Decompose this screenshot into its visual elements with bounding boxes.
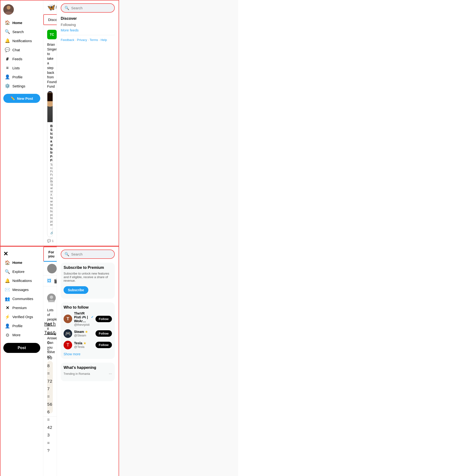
tweet-article-card[interactable]: Brian Singerman to take a step back from…	[47, 91, 53, 237]
show-more-link[interactable]: Show more	[64, 352, 112, 356]
reply-action[interactable]: 💬 1	[47, 239, 53, 243]
wtf-info-3: Tesla ★ @Tesla	[74, 341, 94, 349]
sidebar-item-premium[interactable]: ✕ Premium	[3, 303, 40, 312]
bottom-left-quadrant: ✕ 🏠 Home 🔍 Explore 🔔 Notifications ✉️ Me…	[0, 246, 119, 476]
wtf-user-1: T TheVR Pisti 🎮 | WeAr… ✓ @thevrpisti Fo…	[64, 311, 112, 326]
feedback-link[interactable]: Feedback	[61, 38, 74, 42]
bell-icon: 🔔	[5, 278, 10, 283]
mail-icon: ✉️	[5, 287, 10, 292]
sidebar-item-verified-orgs[interactable]: ⚡ Verified Orgs	[3, 312, 40, 322]
verified-orgs-icon: ⚡	[5, 314, 10, 320]
top-left-quadrant: 🏠 Home 🔍 Search 🔔 Notifications 💬 Chat #…	[0, 0, 119, 246]
wtf-handle-2: @Steam	[74, 334, 94, 337]
bell-icon: 🔔	[5, 38, 10, 43]
whats-happening-title: What's happening	[64, 366, 112, 370]
terms-link[interactable]: Terms	[89, 38, 98, 42]
tweet-actions: 💬 1 🔁 1 ♡ 8 ···	[47, 239, 53, 243]
elon-avatar	[47, 294, 56, 302]
feed-header: 🦋 #	[43, 0, 57, 14]
wtf-avatar-3: T	[64, 341, 72, 349]
sidebar-item-lists[interactable]: ≡ Lists	[3, 63, 40, 72]
wtf-user-3: T Tesla ★ @Tesla Follow	[64, 341, 112, 349]
bottom-left-sidebar: ✕ 🏠 Home 🔍 Explore 🔔 Notifications ✉️ Me…	[0, 247, 43, 476]
sidebar-item-chat[interactable]: 💬 Chat	[3, 45, 40, 54]
verified-icon-1: ✓	[91, 315, 94, 319]
sidebar-item-explore[interactable]: 🔍 Explore	[3, 267, 40, 276]
sidebar-item-notifications[interactable]: 🔔 Notifications	[3, 276, 40, 285]
tab-for-you[interactable]: For you	[43, 247, 57, 262]
search-box[interactable]: 🔍	[61, 3, 115, 13]
follow-button-3[interactable]: Follow	[96, 342, 112, 348]
search-input[interactable]	[71, 6, 111, 10]
communities-icon: 👥	[5, 296, 10, 302]
gif-icon[interactable]: 🎬	[54, 278, 57, 284]
subscribe-button[interactable]: Subscribe	[64, 286, 88, 294]
new-post-button[interactable]: ✏️ New Post	[3, 94, 40, 103]
follow-button-2[interactable]: Follow	[96, 330, 112, 337]
compose-actions: 🖼 🎬 📊 😊 📅 📍 Post	[43, 276, 57, 287]
more-feeds-link[interactable]: More feeds	[61, 28, 115, 32]
sidebar-item-more[interactable]: ⊙ More	[3, 330, 40, 340]
top-right-placeholder	[119, 0, 238, 246]
svg-point-5	[50, 295, 53, 299]
wtf-info-2: Steam ★ @Steam	[74, 330, 94, 337]
sidebar-item-home[interactable]: 🏠 Home	[3, 258, 40, 267]
who-to-follow-section: Who to follow T TheVR Pisti 🎮 | WeAr… ✓ …	[61, 302, 115, 359]
profile-icon: 👤	[5, 323, 10, 329]
more-icon[interactable]: ···	[109, 372, 112, 376]
wtf-handle-1: @thevrpisti	[74, 323, 94, 326]
source-icon: 🔗	[50, 231, 53, 235]
gold-badge-3: ★	[83, 341, 86, 345]
compose-row	[43, 262, 57, 276]
divider	[61, 35, 115, 35]
wtf-name-1: TheVR Pisti 🎮 | WeAr… ✓	[74, 311, 94, 323]
subscribe-desc: Subscribe to unlock new features and if …	[64, 272, 112, 282]
post-button[interactable]: Post	[3, 343, 40, 353]
sidebar-item-settings[interactable]: ⚙️ Settings	[3, 82, 40, 90]
bird-logo: 🦋	[47, 3, 55, 11]
settings-icon: ⚙️	[5, 83, 10, 89]
techcrunch-avatar: TC	[47, 30, 57, 39]
discover-title: Discover	[61, 17, 115, 21]
discover-section: Discover Following More feeds	[61, 17, 115, 32]
sidebar-item-home[interactable]: 🏠 Home	[3, 18, 40, 27]
lists-icon: ≡	[5, 65, 10, 70]
privacy-link[interactable]: Privacy	[77, 38, 87, 42]
avatar[interactable]	[3, 4, 14, 15]
sidebar-item-profile[interactable]: 👤 Profile	[3, 322, 40, 330]
top-left-right-sidebar: 🔍 Discover Following More feeds Feedback…	[57, 0, 119, 246]
new-post-icon: ✏️	[11, 96, 15, 101]
top-left-sidebar: 🏠 Home 🔍 Search 🔔 Notifications 💬 Chat #…	[0, 0, 43, 246]
sidebar-item-feeds[interactable]: # Feeds	[3, 54, 40, 63]
wtf-handle-3: @Tesla	[74, 345, 94, 349]
math-test-image: Math Test 9 = 90 8 = 72 7 = 56 6 = 42 3 …	[47, 361, 53, 413]
wtf-name-2: Steam ★	[74, 330, 94, 334]
sidebar-item-profile[interactable]: 👤 Profile	[3, 72, 40, 82]
search-icon: 🔍	[5, 29, 10, 34]
search-input-bottom[interactable]	[71, 252, 111, 256]
help-link[interactable]: Help	[101, 38, 107, 42]
tweet-header: TC TechCrunch @techcrunch.com · 7h	[47, 28, 53, 41]
compose-avatar	[47, 264, 57, 273]
sidebar-item-notifications[interactable]: 🔔 Notifications	[3, 36, 40, 45]
wtf-info-1: TheVR Pisti 🎮 | WeAr… ✓ @thevrpisti	[74, 311, 94, 326]
sidebar-item-communities[interactable]: 👥 Communities	[3, 294, 40, 303]
feed-tabs-bottom: For you Following	[43, 247, 57, 262]
explore-icon: 🔍	[5, 269, 10, 274]
image-upload-icon[interactable]: 🖼	[47, 278, 51, 283]
tweet-header-bottom: Elon Musk - Parody ✓ @elonmuskADO · 22h …	[47, 289, 53, 306]
who-to-follow-title: Who to follow	[64, 305, 112, 309]
sidebar-item-messages[interactable]: ✉️ Messages	[3, 285, 40, 294]
tweet-text: Brian Singerman to take a step back from…	[47, 42, 53, 89]
gold-badge-2: ★	[85, 330, 88, 334]
profile-icon: 👤	[5, 74, 10, 80]
tab-discover[interactable]: Discover	[43, 14, 57, 25]
sidebar-item-search[interactable]: 🔍 Search	[3, 27, 40, 36]
tweet-card: TC TechCrunch @techcrunch.com · 7h Brian…	[43, 25, 57, 246]
following-link[interactable]: Following	[61, 23, 115, 27]
search-box-bottom[interactable]: 🔍	[61, 250, 115, 259]
whats-happening-section: What's happening Trending in Romania ···	[61, 363, 115, 381]
search-icon-bottom: 🔍	[65, 252, 69, 256]
follow-button-1[interactable]: Follow	[96, 316, 112, 322]
trending-label: Trending in Romania	[64, 372, 90, 375]
